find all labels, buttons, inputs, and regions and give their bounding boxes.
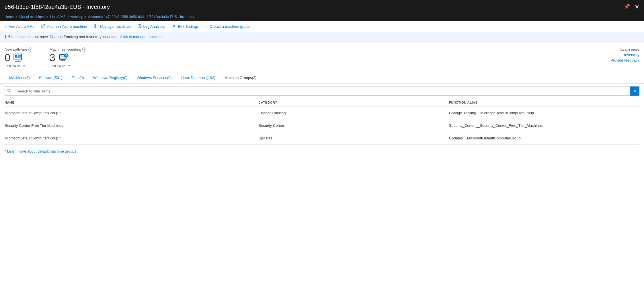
page-title: e56-b3de-1f5842ae4a3b-EUS - Inventory bbox=[5, 4, 110, 10]
cell-category-1: Security Center bbox=[259, 119, 449, 132]
svg-point-8 bbox=[173, 25, 175, 27]
svg-rect-2 bbox=[94, 26, 95, 28]
machines-reporting-info-icon[interactable]: i bbox=[82, 48, 86, 52]
breadcrumb-home[interactable]: Home bbox=[5, 15, 14, 19]
title-bar-actions: 📌 ✕ bbox=[624, 3, 639, 10]
manage-machines-button[interactable]: Manage machines bbox=[94, 24, 130, 29]
search-bar: ✕ bbox=[0, 84, 644, 98]
svg-point-3 bbox=[95, 25, 96, 25]
tab-windows-services[interactable]: Windows Services(0) bbox=[132, 73, 176, 83]
learn-more-default-groups-link[interactable]: Learn more about default machine groups bbox=[7, 149, 76, 153]
table-wrapper: NAME CATEGORY FUNCTION ALIAS MicrosoftDe… bbox=[0, 98, 644, 145]
gear-icon bbox=[172, 24, 176, 29]
inventory-link[interactable]: Inventory bbox=[624, 53, 639, 57]
cell-category-0: ChangeTracking bbox=[259, 107, 449, 119]
pin-button[interactable]: 📌 bbox=[624, 3, 630, 10]
manage-icon bbox=[94, 24, 98, 29]
cell-name-2: MicrosoftDefaultComputerGroup * bbox=[5, 132, 259, 145]
add-non-azure-button[interactable]: Add non-Azure machine bbox=[41, 24, 87, 29]
search-wrapper bbox=[5, 86, 630, 96]
table-header: NAME CATEGORY FUNCTION ALIAS bbox=[5, 98, 639, 107]
info-banner: ℹ 5 machines do not have 'Change Trackin… bbox=[0, 32, 644, 42]
svg-rect-0 bbox=[42, 25, 44, 27]
create-machine-group-button[interactable]: + Create a machine group bbox=[206, 24, 250, 29]
cell-category-2: Updates bbox=[259, 132, 449, 145]
breadcrumb-linuxvm3[interactable]: LinuxVM3 - Inventory bbox=[50, 15, 83, 19]
cell-name-1: Security Center Free Tier Machines bbox=[5, 119, 259, 132]
tabs-bar: Machines(3) Software(531) Files(0) Windo… bbox=[0, 73, 644, 84]
breadcrumb-automate[interactable]: Automate-147a22e9-2356-4e56-b3de-1f5842a… bbox=[88, 15, 194, 19]
breadcrumb-sep-3: > bbox=[84, 15, 86, 19]
machines-reporting-value: 3 bbox=[50, 53, 55, 63]
breadcrumb: Home > Virtual machines > LinuxVM3 - Inv… bbox=[0, 14, 644, 21]
svg-rect-19 bbox=[61, 60, 65, 61]
table-row[interactable]: MicrosoftDefaultComputerGroup * ChangeTr… bbox=[5, 107, 639, 119]
new-software-info-icon[interactable]: i bbox=[28, 48, 32, 52]
svg-rect-20 bbox=[61, 61, 65, 61]
machines-reporting-label: Machines reporting i bbox=[50, 47, 87, 52]
provide-feedback-link[interactable]: Provide feedback bbox=[611, 58, 639, 62]
tab-software[interactable]: Software(531) bbox=[34, 73, 67, 83]
stats-section: New software i 0 + bbox=[0, 42, 644, 73]
footer-asterisk: * bbox=[5, 149, 7, 153]
new-software-value-row: 0 + bbox=[5, 53, 32, 63]
machine-groups-table: NAME CATEGORY FUNCTION ALIAS MicrosoftDe… bbox=[5, 98, 639, 145]
footer-note: * Learn more about default machine group… bbox=[0, 145, 644, 158]
svg-rect-1 bbox=[94, 24, 95, 26]
svg-rect-10 bbox=[15, 61, 21, 62]
breadcrumb-sep-2: > bbox=[46, 15, 48, 19]
table-row[interactable]: MicrosoftDefaultComputerGroup * Updates … bbox=[5, 132, 639, 145]
machines-reporting-stat: Machines reporting i 3 Las bbox=[50, 47, 87, 68]
tab-machines[interactable]: Machines(3) bbox=[5, 73, 34, 83]
breadcrumb-sep-1: > bbox=[15, 15, 17, 19]
analytics-icon bbox=[138, 24, 142, 29]
tab-files[interactable]: Files(0) bbox=[67, 73, 88, 83]
svg-rect-13 bbox=[15, 55, 17, 57]
new-software-value: 0 bbox=[5, 53, 10, 63]
machines-reporting-icon bbox=[58, 53, 69, 63]
info-icon: ℹ bbox=[5, 34, 6, 39]
create-plus-icon: + bbox=[206, 24, 208, 29]
manage-machines-link[interactable]: Click to manage machines bbox=[120, 35, 163, 39]
cell-function-1: Security_Center__Security_Center_Free_Ti… bbox=[449, 119, 639, 132]
stats-left: New software i 0 + bbox=[5, 47, 86, 68]
svg-point-4 bbox=[95, 27, 96, 27]
external-link-icon bbox=[41, 24, 45, 29]
log-analytics-button[interactable]: Log Analytics bbox=[138, 24, 165, 29]
svg-point-22 bbox=[8, 89, 10, 92]
new-software-icon: + bbox=[13, 53, 24, 63]
svg-point-6 bbox=[139, 25, 140, 27]
edit-settings-button[interactable]: Edit Settings bbox=[172, 24, 199, 29]
machines-reporting-sublabel: Last 24 hours bbox=[50, 64, 87, 68]
new-software-label: New software i bbox=[5, 47, 32, 52]
learn-more-section: Learn more Inventory Provide feedback bbox=[611, 47, 639, 62]
cell-function-0: ChangeTracking__MicrosoftDefaultComputer… bbox=[449, 107, 639, 119]
search-icon bbox=[5, 89, 13, 94]
cell-name-0: MicrosoftDefaultComputerGroup * bbox=[5, 107, 259, 119]
col-header-function-alias: FUNCTION ALIAS bbox=[449, 98, 639, 107]
add-azure-vms-button[interactable]: + Add Azure VMs bbox=[5, 24, 34, 29]
table-body: MicrosoftDefaultComputerGroup * ChangeTr… bbox=[5, 107, 639, 145]
learn-more-title: Learn more bbox=[620, 47, 639, 52]
tab-windows-registry[interactable]: Windows Registry(0) bbox=[89, 73, 132, 83]
toolbar: + Add Azure VMs Add non-Azure machine Ma… bbox=[0, 21, 644, 32]
title-bar: e56-b3de-1f5842ae4a3b-EUS - Inventory 📌 … bbox=[0, 0, 644, 14]
cell-function-2: Updates__MicrosoftDefaultComputerGroup bbox=[449, 132, 639, 145]
svg-text:+: + bbox=[20, 55, 22, 59]
col-header-category: CATEGORY bbox=[259, 98, 449, 107]
svg-rect-15 bbox=[15, 57, 21, 58]
breadcrumb-virtual-machines[interactable]: Virtual machines bbox=[19, 15, 45, 19]
svg-rect-11 bbox=[15, 62, 20, 62]
search-input[interactable] bbox=[13, 89, 630, 93]
machines-reporting-value-row: 3 bbox=[50, 53, 87, 63]
info-message: 5 machines do not have 'Change Tracking … bbox=[8, 35, 118, 39]
table-row[interactable]: Security Center Free Tier Machines Secur… bbox=[5, 119, 639, 132]
tab-machine-groups[interactable]: Machine Groups(3) bbox=[220, 73, 261, 83]
col-header-name: NAME bbox=[5, 98, 259, 107]
new-software-sublabel: Last 24 hours bbox=[5, 64, 32, 68]
search-clear-button[interactable]: ✕ bbox=[630, 86, 639, 96]
plus-icon: + bbox=[5, 24, 7, 29]
tab-linux-daemons[interactable]: Linux Daemons(193) bbox=[176, 73, 220, 83]
close-button[interactable]: ✕ bbox=[635, 3, 639, 10]
new-software-stat: New software i 0 + bbox=[5, 47, 32, 68]
